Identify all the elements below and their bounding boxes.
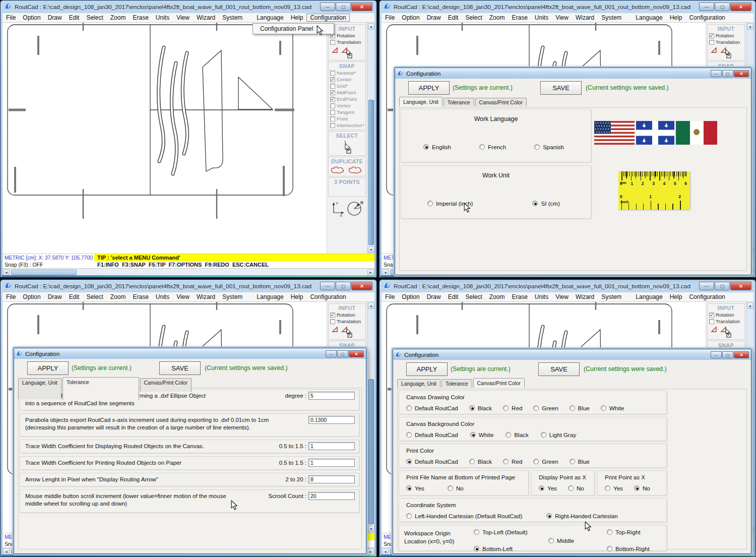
radio-button[interactable] — [570, 405, 575, 411]
menu-item[interactable]: Draw — [44, 14, 66, 22]
menu-item[interactable]: File — [382, 293, 398, 301]
checkbox[interactable] — [330, 319, 335, 324]
radio-button[interactable] — [532, 201, 538, 206]
apply-button[interactable]: APPLY — [406, 362, 448, 376]
radio-button[interactable] — [474, 546, 479, 551]
titlebar[interactable]: RoutCad : E:\cad_design_108_jan30_2017\e… — [380, 280, 755, 292]
yes-no-radio-option[interactable]: Yes — [539, 485, 557, 491]
menu-item[interactable]: Configuration — [306, 14, 349, 22]
close-button[interactable]: ✕ — [730, 282, 751, 290]
radio-button[interactable] — [607, 529, 612, 535]
apply-button[interactable]: APPLY — [408, 81, 450, 95]
maximize-button[interactable]: ▢ — [715, 282, 730, 290]
menu-item[interactable]: Option — [398, 293, 423, 301]
dialog-maximize-button[interactable]: ▢ — [337, 350, 348, 357]
menu-item[interactable]: Edit — [66, 14, 83, 22]
dialog-tab[interactable]: Tolerance — [62, 377, 139, 400]
radio-button[interactable] — [470, 432, 476, 438]
radio-button[interactable] — [548, 538, 554, 543]
color-radio-option[interactable]: Light Gray — [541, 431, 577, 438]
apply-button[interactable]: APPLY — [27, 361, 69, 375]
snap-checkbox-row[interactable]: Nearest* — [330, 70, 365, 76]
snap-checkbox-row[interactable]: Point — [330, 116, 365, 121]
close-button[interactable]: ✕ — [730, 3, 751, 11]
maximize-button[interactable]: ▢ — [715, 3, 730, 11]
minimize-button[interactable]: — — [699, 3, 714, 11]
vertical-scroll-thumb[interactable] — [368, 379, 374, 524]
color-radio-option[interactable]: Blue — [570, 405, 590, 411]
checkbox[interactable] — [330, 77, 335, 82]
setting-value-input[interactable]: 1 — [308, 442, 355, 450]
scroll-left-icon[interactable]: ◄ — [3, 269, 10, 276]
radio-button[interactable] — [533, 405, 539, 411]
vertical-scroll-thumb[interactable] — [368, 100, 374, 245]
maximize-button[interactable]: ▢ — [336, 282, 351, 290]
menu-item[interactable]: Zoom — [107, 14, 130, 22]
radio-button[interactable] — [570, 459, 575, 464]
input-mode-checkbox-row[interactable]: Rotation — [330, 312, 365, 318]
checkbox[interactable] — [709, 40, 714, 45]
dialog-tab[interactable]: Canvas/Print Color — [475, 98, 527, 106]
color-radio-option[interactable]: Default RoutCad — [406, 431, 458, 438]
color-radio-option[interactable]: Default RoutCad — [406, 405, 458, 411]
checkbox[interactable] — [330, 40, 335, 45]
radio-button[interactable] — [469, 459, 475, 464]
snap-checkbox-row[interactable]: EndPoint — [330, 96, 365, 102]
menu-item[interactable]: Units — [152, 14, 173, 22]
radio-button[interactable] — [406, 432, 412, 438]
menu-item[interactable]: Language — [632, 293, 666, 301]
dialog-titlebar[interactable]: Configuration — ▢ ✕ — [395, 68, 751, 79]
drawing-canvas[interactable] — [3, 23, 327, 254]
duplicate-shape-icon[interactable] — [348, 165, 364, 174]
yes-no-radio-option[interactable]: Yes — [605, 485, 623, 491]
menu-item[interactable]: System — [598, 293, 625, 301]
menu-item[interactable]: Zoom — [486, 14, 509, 22]
translation-tool-icon[interactable] — [341, 46, 354, 58]
rotation-tool-icon[interactable] — [710, 326, 718, 333]
checkbox[interactable] — [709, 319, 714, 324]
titlebar[interactable]: RoutCad : E:\cad_design_108_jan30_2017\e… — [1, 280, 376, 292]
color-radio-option[interactable]: Default RoutCad — [406, 458, 458, 465]
radio-button[interactable] — [634, 485, 640, 491]
input-mode-checkbox-row[interactable]: Translation — [330, 319, 365, 324]
menu-item[interactable]: Edit — [66, 293, 83, 301]
minimize-button[interactable]: — — [320, 282, 335, 290]
menu-item[interactable]: Language — [632, 14, 666, 22]
menu-item[interactable]: Help — [666, 293, 686, 301]
color-radio-option[interactable]: White — [601, 405, 624, 411]
scroll-left-icon[interactable]: ◄ — [382, 269, 389, 276]
menu-item[interactable]: Option — [19, 293, 44, 301]
radio-button[interactable] — [406, 459, 412, 464]
dialog-minimize-button[interactable]: — — [326, 350, 337, 357]
scroll-up-icon[interactable]: ▲ — [747, 302, 753, 309]
checkbox[interactable] — [330, 97, 335, 102]
radio-button[interactable] — [406, 513, 412, 519]
dialog-tab[interactable]: Language, Unit — [18, 378, 61, 399]
menu-item[interactable]: System — [219, 14, 246, 22]
save-button[interactable]: SAVE — [159, 361, 201, 375]
input-mode-checkbox-row[interactable]: Rotation — [709, 312, 744, 318]
menu-item[interactable]: Language — [253, 14, 287, 22]
color-radio-option[interactable]: Black — [469, 458, 492, 465]
scroll-down-icon[interactable]: ▼ — [368, 526, 374, 532]
horizontal-scrollbar[interactable]: ◄ ► — [3, 268, 374, 276]
dialog-maximize-button[interactable]: ▢ — [722, 70, 733, 77]
snap-checkbox-row[interactable]: Center — [330, 77, 365, 82]
menu-item[interactable]: Erase — [129, 14, 152, 22]
menu-item[interactable]: Select — [462, 14, 485, 22]
radio-button[interactable] — [503, 405, 509, 411]
checkbox[interactable] — [330, 313, 335, 318]
yes-no-radio-option[interactable]: No — [448, 485, 464, 491]
dialog-tab[interactable]: Canvas/Print Color — [140, 378, 192, 392]
titlebar[interactable]: RoutCad : E:\cad_design_108_jan30_2017\e… — [1, 1, 376, 13]
dialog-tab[interactable]: Canvas/Print Color — [473, 378, 525, 388]
snap-checkbox-row[interactable]: MidPoint — [330, 90, 365, 95]
duplicate-shape-icon[interactable] — [330, 165, 346, 174]
close-button[interactable]: ✕ — [351, 282, 372, 290]
menu-item[interactable]: Wizard — [193, 14, 219, 22]
menu-item[interactable]: Help — [287, 14, 307, 22]
checkbox[interactable] — [330, 71, 335, 76]
menu-item[interactable]: Select — [83, 14, 106, 22]
input-mode-checkbox-row[interactable]: Rotation — [709, 33, 744, 38]
checkbox[interactable] — [330, 116, 335, 121]
